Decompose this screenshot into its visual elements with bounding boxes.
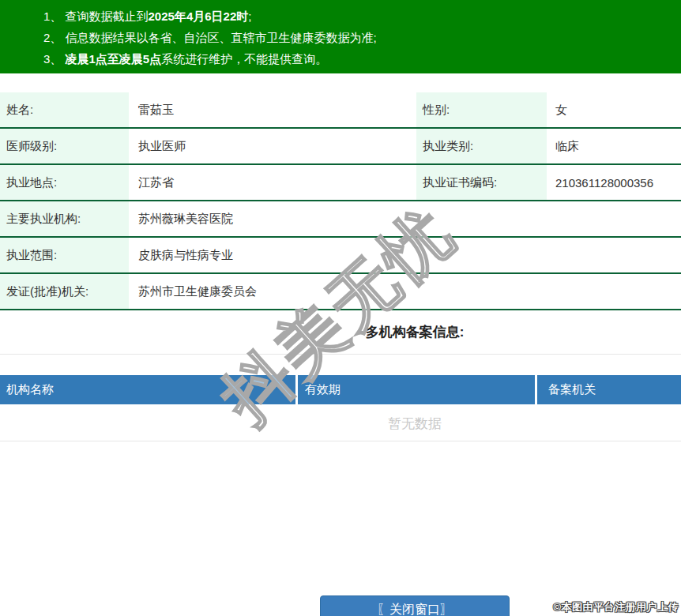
notice-line-2: 2、 信息数据结果以各省、自治区、直辖市卫生健康委数据为准; xyxy=(0,27,681,48)
notice-text: 系统进行维护，不能提供查询。 xyxy=(161,52,327,66)
field-value-category: 临床 xyxy=(547,129,681,163)
info-row-practice-scope: 执业范围: 皮肤病与性病专业 xyxy=(0,238,681,274)
notice-banner: 1、 查询数据截止到2025年4月6日22时; 2、 信息数据结果以各省、自治区… xyxy=(0,0,681,73)
field-value-level: 执业医师 xyxy=(129,129,416,163)
page: 1、 查询数据截止到2025年4月6日22时; 2、 信息数据结果以各省、自治区… xyxy=(0,0,681,616)
close-window-button[interactable]: 〖关闭窗口〗 xyxy=(320,595,510,616)
info-row-name-gender: 姓名: 雷茹玉 性别: 女 xyxy=(0,92,681,129)
field-label-location: 执业地点: xyxy=(0,165,129,200)
notice-strong: 2025年4月6日22时 xyxy=(149,9,249,23)
field-value-gender: 女 xyxy=(547,92,681,127)
info-row-issuing-authority: 发证(批准)机关: 苏州市卫生健康委员会 xyxy=(0,274,681,310)
field-label-issuing-authority: 发证(批准)机关: xyxy=(0,274,129,309)
info-row-main-institution: 主要执业机构: 苏州薇琳美容医院 xyxy=(0,201,681,238)
field-label-practice-scope: 执业范围: xyxy=(0,238,129,272)
notice-text: 1、 查询数据截止到 xyxy=(43,9,149,23)
field-value-certificate-no: 210361128000356 xyxy=(547,165,681,200)
field-value-issuing-authority: 苏州市卫生健康委员会 xyxy=(129,274,681,309)
physician-info-table: 姓名: 雷茹玉 性别: 女 医师级别: 执业医师 执业类别: 临床 执业地点: … xyxy=(0,92,681,310)
notice-strong: 凌晨1点至凌晨5点 xyxy=(66,52,162,66)
field-value-practice-scope: 皮肤病与性病专业 xyxy=(129,238,681,272)
info-row-location-certno: 执业地点: 江苏省 执业证书编码: 210361128000356 xyxy=(0,165,681,201)
field-value-location: 江苏省 xyxy=(129,165,416,200)
field-value-name: 雷茹玉 xyxy=(129,92,416,127)
field-label-certificate-no: 执业证书编码: xyxy=(416,165,547,200)
divider-line xyxy=(0,354,681,355)
column-header-institution-name: 机构名称 xyxy=(0,375,295,404)
filing-table-header: 机构名称 有效期 备案机关 xyxy=(0,375,681,404)
field-label-level: 医师级别: xyxy=(0,129,129,163)
field-value-main-institution: 苏州薇琳美容医院 xyxy=(129,201,681,236)
notice-text: 2、 信息数据结果以各省、自治区、直辖市卫生健康委数据为准; xyxy=(43,31,377,44)
field-label-name: 姓名: xyxy=(0,92,129,127)
notice-line-3: 3、 凌晨1点至凌晨5点系统进行维护，不能提供查询。 xyxy=(0,48,681,69)
field-label-main-institution: 主要执业机构: xyxy=(0,201,129,236)
section-title-multi-org-filing: 多机构备案信息: xyxy=(0,323,681,341)
column-header-filing-authority: 备案机关 xyxy=(537,375,681,404)
field-label-gender: 性别: xyxy=(416,92,547,127)
notice-text: ; xyxy=(248,9,251,23)
notice-line-1: 1、 查询数据截止到2025年4月6日22时; xyxy=(0,6,681,27)
column-header-validity-period: 有效期 xyxy=(298,375,535,404)
notice-text: 3、 xyxy=(43,52,66,66)
info-row-level-category: 医师级别: 执业医师 执业类别: 临床 xyxy=(0,129,681,165)
uploader-caption: ©本图由平台注册用户上传 xyxy=(553,600,679,614)
empty-data-text: 暂无数据 xyxy=(0,404,681,441)
field-label-category: 执业类别: xyxy=(416,129,547,163)
